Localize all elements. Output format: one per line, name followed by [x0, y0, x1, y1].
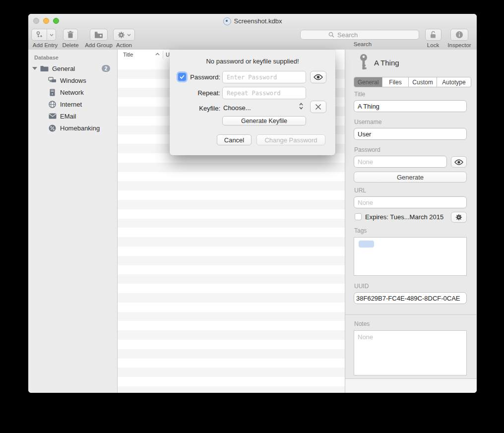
inspector-footer — [345, 378, 477, 393]
sidebar-item-email[interactable]: EMail — [28, 110, 117, 122]
dialog-message: No password or keyfile supplied! — [170, 58, 335, 65]
windows-network-icon — [48, 76, 57, 85]
add-group-button[interactable] — [90, 29, 108, 41]
clear-keyfile-button[interactable] — [310, 101, 326, 113]
key-icon — [358, 54, 369, 72]
inspector-label: Inspector — [446, 42, 472, 48]
generate-keyfile-button[interactable]: Generate Keyfile — [222, 116, 306, 125]
chevron-down-icon — [50, 34, 54, 36]
password-label: Password — [354, 146, 380, 153]
repeat-label: Repeat: — [185, 89, 220, 97]
notes-field[interactable] — [354, 330, 467, 375]
eye-icon — [314, 74, 323, 80]
tags-box[interactable] — [354, 237, 467, 276]
inspector-tabs: General Files Custom Autotype — [354, 77, 471, 87]
cancel-button[interactable]: Cancel — [217, 134, 252, 145]
entry-count-badge: 2 — [102, 65, 110, 72]
tags-label: Tags — [354, 227, 367, 234]
chevron-down-icon — [127, 34, 131, 36]
password-dialog: No password or keyfile supplied! Passwor… — [170, 50, 335, 155]
sidebar-item-general[interactable]: General 2 — [28, 62, 117, 74]
sidebar-item-internet[interactable]: Internet — [28, 98, 117, 110]
uuid-field[interactable] — [354, 292, 467, 304]
document-proxy-icon — [223, 17, 231, 25]
change-password-button[interactable]: Change Password — [256, 134, 325, 145]
stepper-icon[interactable] — [299, 102, 304, 110]
sidebar-item-homebanking[interactable]: Homebanking — [28, 122, 117, 134]
tab-autotype[interactable]: Autotype — [437, 77, 471, 87]
add-entry-label: Add Entry — [31, 42, 59, 48]
url-label: URL — [354, 187, 366, 194]
title-label: Title — [354, 91, 365, 98]
username-field[interactable] — [354, 128, 467, 140]
sidebar-item-label: EMail — [60, 113, 76, 120]
generate-password-button[interactable]: Generate — [354, 172, 467, 183]
show-password-button[interactable] — [451, 156, 467, 168]
delete-label: Delete — [60, 42, 81, 48]
expires-settings-button[interactable] — [451, 212, 467, 223]
minimize-button[interactable] — [43, 18, 49, 24]
tag-chip[interactable] — [359, 241, 374, 247]
zoom-button[interactable] — [53, 18, 59, 24]
action-label: Action — [112, 42, 136, 48]
tab-custom[interactable]: Custom — [409, 77, 437, 87]
add-entry-dropdown[interactable] — [47, 29, 56, 40]
key-plus-icon — [32, 29, 47, 40]
add-group-label: Add Group — [83, 42, 115, 48]
sidebar-item-label: Network — [60, 89, 84, 96]
column-header-username-partial[interactable]: U — [166, 52, 170, 58]
inspector-button[interactable] — [450, 29, 468, 41]
gear-icon — [118, 31, 125, 39]
search-field[interactable] — [300, 30, 419, 40]
sidebar-item-label: General — [52, 65, 75, 72]
entry-title: A Thing — [374, 59, 399, 67]
add-entry-button[interactable] — [31, 29, 56, 41]
expires-label: Expires: Tues...March 2015 — [365, 213, 443, 221]
keyfile-label: Keyfile: — [185, 105, 220, 112]
sidebar-item-network[interactable]: Network — [28, 86, 117, 98]
repeat-password-input[interactable] — [222, 87, 306, 99]
search-label: Search — [300, 41, 425, 47]
entry-header: A Thing — [345, 50, 477, 74]
search-icon — [328, 32, 334, 38]
password-field[interactable] — [354, 156, 447, 168]
title-field[interactable] — [354, 100, 467, 112]
tab-files[interactable]: Files — [382, 77, 409, 87]
keyfile-popup[interactable]: Choose... — [223, 104, 251, 112]
expires-checkbox[interactable] — [355, 213, 362, 220]
percent-icon — [48, 124, 57, 132]
trash-icon — [67, 31, 74, 39]
info-icon — [455, 31, 463, 39]
close-button[interactable] — [33, 18, 39, 24]
sidebar-section-header: Database — [34, 55, 117, 61]
inspector-panel: A Thing General Files Custom Autotype Ti… — [345, 50, 477, 393]
url-field[interactable] — [354, 196, 467, 208]
uuid-label: UUID — [354, 283, 369, 290]
sidebar: Database General 2 Windows Network — [28, 50, 118, 393]
folder-plus-icon — [94, 31, 103, 38]
folder-icon — [40, 64, 49, 73]
show-password-button[interactable] — [310, 71, 326, 83]
action-button[interactable] — [113, 29, 135, 41]
eye-icon — [454, 159, 463, 165]
lock-button[interactable] — [425, 29, 441, 41]
username-label: Username — [354, 119, 381, 125]
gear-icon — [455, 214, 462, 221]
column-divider[interactable] — [163, 51, 163, 59]
sidebar-item-label: Homebanking — [60, 124, 100, 132]
password-input[interactable] — [222, 71, 306, 83]
sort-ascending-icon — [155, 53, 160, 56]
notes-label: Notes — [354, 320, 370, 327]
tab-general[interactable]: General — [354, 77, 382, 87]
delete-button[interactable] — [63, 29, 78, 41]
traffic-lights — [33, 18, 59, 24]
search-input[interactable] — [336, 31, 413, 39]
sidebar-item-windows[interactable]: Windows — [28, 74, 117, 86]
open-lock-icon — [430, 31, 437, 39]
disclosure-triangle-icon[interactable] — [32, 67, 37, 70]
column-header-title[interactable]: Title — [123, 52, 133, 58]
titlebar: Screenshot.kdbx — [28, 14, 477, 28]
checkmark-icon — [180, 75, 185, 79]
server-icon — [48, 88, 57, 97]
section-divider — [345, 314, 477, 315]
